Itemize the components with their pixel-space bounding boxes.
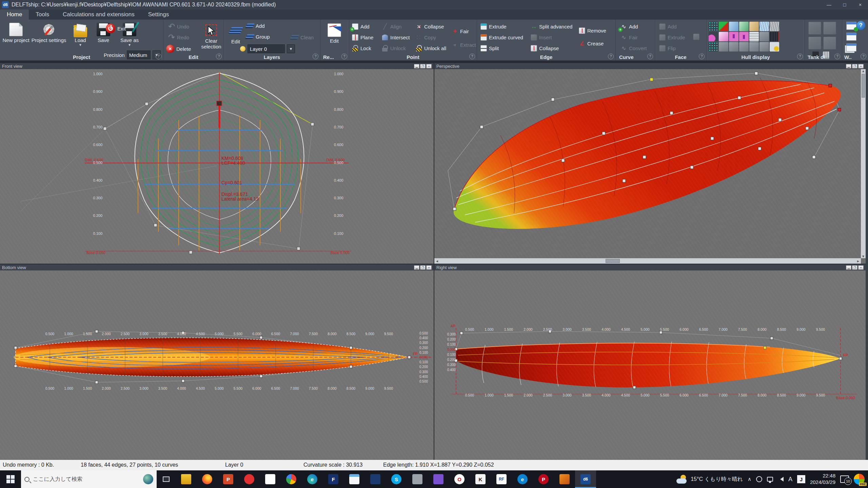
re-help-icon[interactable]: ? xyxy=(341,54,347,59)
hull-display-icon[interactable] xyxy=(760,22,769,31)
face-help-icon[interactable]: ? xyxy=(699,54,705,59)
menu-tab[interactable]: Settings xyxy=(141,9,176,20)
taskbar-app-icon[interactable]: P xyxy=(533,470,554,488)
taskbar-app-icon[interactable] xyxy=(260,470,281,488)
hull-display-icon[interactable] xyxy=(770,42,779,52)
right-close-icon[interactable]: × xyxy=(858,265,864,270)
hull-display-icon[interactable] xyxy=(739,32,749,41)
load-button[interactable]: Load ▼ xyxy=(70,22,91,47)
copilot-icon[interactable]: PRE xyxy=(854,474,865,485)
hull-display-icon[interactable] xyxy=(719,22,728,31)
hull-display-icon[interactable] xyxy=(709,42,718,52)
hull-display-icon[interactable] xyxy=(770,32,779,41)
taskbar-app-icon[interactable]: d6 xyxy=(575,470,596,488)
taskbar-app-icon[interactable] xyxy=(344,470,365,488)
hull-display-icon[interactable] xyxy=(739,42,749,52)
hull-display-icon[interactable] xyxy=(719,32,728,41)
bottom-close-icon[interactable]: × xyxy=(426,265,432,270)
taskbar-app-icon[interactable] xyxy=(407,470,428,488)
taskbar-app-icon[interactable] xyxy=(365,470,386,488)
close-button[interactable]: × xyxy=(852,0,868,9)
curve-help-icon[interactable]: ? xyxy=(647,54,653,59)
ribbon-help-icon[interactable]: ? xyxy=(856,21,865,30)
layers-help-icon[interactable]: ? xyxy=(313,54,318,59)
front-close-icon[interactable]: × xyxy=(426,64,432,68)
start-button[interactable] xyxy=(0,470,21,488)
hull-display-icon[interactable] xyxy=(719,42,728,52)
notification-center-icon[interactable]: 10 xyxy=(840,475,849,483)
hull-display-icon[interactable] xyxy=(770,22,779,31)
bottom-restore-icon[interactable]: ❐ xyxy=(420,265,426,270)
perspective-vscrollbar[interactable]: ▲ ▼ xyxy=(861,69,866,258)
bottom-view-canvas[interactable]: 0.5001.0001.5002.0002.5003.0003.5004.000… xyxy=(0,270,434,460)
menu-tab[interactable]: Tools xyxy=(29,9,56,20)
taskbar-app-icon[interactable]: e xyxy=(302,470,323,488)
bottom-minimize-icon[interactable]: ▁ xyxy=(414,265,419,270)
perspective-minimize-icon[interactable]: ▁ xyxy=(846,64,851,68)
title-bar[interactable]: d6 DELFTship: C:¥Users¥kenji.f¥Desktop¥D… xyxy=(0,0,868,9)
front-view-titlebar[interactable]: Front view ▁ ❐ × xyxy=(0,63,434,69)
vscroll-thumb[interactable] xyxy=(862,74,865,98)
point-plane-button[interactable]: Plane xyxy=(352,33,373,41)
network-icon[interactable] xyxy=(767,477,773,482)
minimize-button[interactable]: — xyxy=(821,0,837,9)
edit-help-icon[interactable]: ? xyxy=(216,54,222,59)
point-intersect-button[interactable]: Intersect xyxy=(382,33,410,41)
point-collapse-button[interactable]: Collapse xyxy=(416,22,444,30)
front-minimize-icon[interactable]: ▁ xyxy=(414,64,419,68)
edge-help-icon[interactable]: ? xyxy=(608,54,614,59)
hull-display-icon[interactable] xyxy=(749,22,759,31)
ime-mode-indicator[interactable]: A xyxy=(788,476,792,483)
project-help-icon[interactable]: ? xyxy=(156,54,161,59)
windows-help-icon[interactable]: ? xyxy=(861,54,866,59)
save-as-dropdown-arrow[interactable]: ▼ xyxy=(128,43,131,47)
perspective-canvas[interactable]: ◄ ► ▲ ▼ xyxy=(434,69,866,264)
layer-group-button[interactable]: Group xyxy=(246,33,270,41)
taskbar-app-icon[interactable] xyxy=(176,470,197,488)
edge-split-advanced-button[interactable]: Split advanced xyxy=(531,22,572,30)
perspective-close-icon[interactable]: × xyxy=(858,64,864,68)
menu-tab[interactable]: Calculations and extensions xyxy=(56,9,141,20)
front-view-canvas[interactable]: 1.0000.9000.8000.7000.6000.5000.4000.300… xyxy=(0,69,434,264)
front-restore-icon[interactable]: ❐ xyxy=(420,64,426,68)
exit-button[interactable]: Exit xyxy=(106,24,126,33)
hull-display-icon[interactable] xyxy=(749,32,759,41)
hull-display-icon[interactable] xyxy=(739,22,749,31)
window-icon[interactable] xyxy=(846,33,856,41)
taskbar-app-icon[interactable] xyxy=(281,470,302,488)
task-view-button[interactable] xyxy=(157,470,176,488)
speaker-icon[interactable] xyxy=(778,477,784,482)
new-window-icon[interactable] xyxy=(846,22,856,30)
hscroll-thumb[interactable] xyxy=(606,259,620,263)
taskbar-app-icon[interactable]: e xyxy=(512,470,533,488)
scroll-up-icon[interactable]: ▲ xyxy=(861,69,866,73)
ime-j-icon[interactable]: J xyxy=(797,475,805,483)
point-help-icon[interactable]: ? xyxy=(469,54,475,59)
new-project-button[interactable]: New project xyxy=(2,22,30,43)
scroll-down-icon[interactable]: ▼ xyxy=(861,255,866,258)
tray-expand-icon[interactable]: ∧ xyxy=(748,476,751,482)
hull-display-help-icon[interactable]: ? xyxy=(797,54,803,59)
maximize-button[interactable]: □ xyxy=(837,0,852,9)
taskbar-app-icon[interactable]: RF xyxy=(491,470,512,488)
menu-tab[interactable]: Home xyxy=(0,9,29,20)
hull-display-icon[interactable] xyxy=(729,32,738,41)
hull-display-icon[interactable] xyxy=(729,22,738,31)
point-fair-button[interactable]: Fair xyxy=(452,27,469,35)
layers-edit-button[interactable]: Edit xyxy=(226,23,245,44)
point-unlock-all-button[interactable]: Unlock all xyxy=(416,44,446,52)
taskbar-app-icon[interactable] xyxy=(554,470,575,488)
right-view-canvas[interactable]: 0.5001.0001.5002.0002.5003.0003.5004.000… xyxy=(434,270,866,460)
search-box[interactable]: ここに入力して検索 xyxy=(21,470,157,488)
right-minimize-icon[interactable]: ▁ xyxy=(846,265,851,270)
ime-options-icon[interactable] xyxy=(756,476,762,482)
delete-button[interactable]: ×Delete xyxy=(166,45,191,53)
taskbar-app-icon[interactable]: F xyxy=(323,470,344,488)
hull-display-icon[interactable] xyxy=(760,42,769,52)
perspective-titlebar[interactable]: Perspective ▁ ❐ × xyxy=(434,63,866,69)
point-lock-button[interactable]: Lock xyxy=(352,44,371,52)
hull-display-icon[interactable] xyxy=(729,42,738,52)
perspective-restore-icon[interactable]: ❐ xyxy=(852,64,857,68)
clock[interactable]: 22:48 2024/03/29 xyxy=(810,473,835,486)
hull-display-icon[interactable] xyxy=(709,22,718,31)
